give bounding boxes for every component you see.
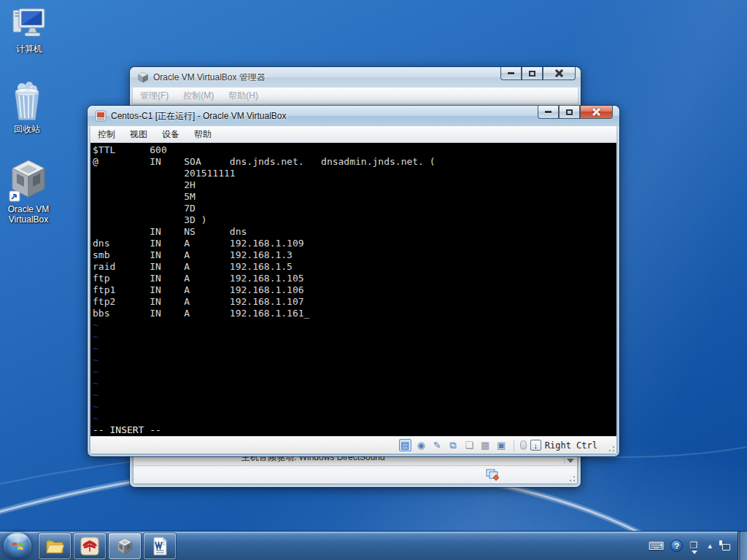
virtualbox-logo-icon	[137, 71, 149, 83]
system-tray: ⌨ ? ❐ ▴	[649, 538, 735, 554]
manager-menu-help[interactable]: 帮助(H)	[221, 88, 266, 104]
vm-menu-machine[interactable]: 控制	[90, 126, 123, 143]
close-icon	[555, 69, 563, 77]
vm-close-button[interactable]	[580, 106, 613, 119]
vm-titlebar[interactable]: Centos-C1 [正在运行] - Oracle VM VirtualBox	[88, 106, 619, 126]
desktop-icon-recycle-bin-label: 回收站	[0, 124, 58, 134]
resize-grip[interactable]	[567, 473, 576, 482]
show-desktop-button[interactable]	[738, 532, 747, 560]
manager-menu-file[interactable]: 管理(F)	[133, 88, 176, 104]
scroll-down-icon[interactable]	[567, 459, 574, 463]
close-icon	[592, 108, 600, 116]
virtualbox-icon	[8, 159, 49, 203]
taskbar-item-word[interactable]	[144, 533, 176, 559]
virtualbox-cube-icon	[115, 537, 134, 556]
language-bar-restore-icon[interactable]: ❐	[689, 538, 701, 554]
video-capture-icon[interactable]: ▦	[479, 439, 492, 451]
manager-minimize-button[interactable]	[500, 67, 522, 80]
word-document-icon	[151, 537, 169, 556]
shared-folder-icon[interactable]: ❏	[463, 439, 476, 451]
virtualization-chip-icon[interactable]: ▣	[495, 439, 508, 451]
explorer-folder-icon	[45, 538, 64, 554]
desktop-icon-computer-label: 计算机	[0, 44, 61, 54]
computer-icon	[11, 6, 47, 42]
vm-statusbar: ▤ ◉ ✎ ⧉ ❏ ▦ ▣ ↓ Right Ctrl	[90, 436, 616, 454]
manager-menubar: 管理(F) 控制(M) 帮助(H)	[133, 88, 578, 104]
statusbar-separator	[514, 440, 514, 451]
vm-maximize-button[interactable]	[559, 106, 580, 119]
mouse-integration-icon[interactable]	[520, 440, 527, 450]
start-button[interactable]	[4, 532, 31, 560]
manager-maximize-button[interactable]	[522, 67, 543, 80]
minimize-icon	[545, 111, 551, 113]
vm-os-icon	[95, 110, 107, 122]
manager-window-title: Oracle VM VirtualBox 管理器	[153, 71, 266, 84]
dns-zone-file-text: $TTL 600 @ IN SOA dns.jnds.net. dnsadmin…	[93, 144, 616, 319]
manager-statusbar	[133, 465, 577, 483]
desktop-icon-virtualbox-label: Oracle VM VirtualBox	[0, 204, 58, 225]
vm-menu-devices[interactable]: 设备	[155, 126, 187, 143]
vm-menu-help[interactable]: 帮助	[187, 126, 219, 143]
network-displays-icon[interactable]: ⧉	[447, 439, 460, 451]
audio-icon[interactable]: ✎	[431, 439, 444, 451]
manager-menu-machine[interactable]: 控制(M)	[176, 88, 221, 104]
optical-disc-icon[interactable]: ◉	[415, 439, 427, 451]
desktop: 计算机 回收站 Oracle VM VirtualBox	[0, 0, 747, 560]
desktop-icon-recycle-bin[interactable]: 回收站	[0, 80, 58, 134]
manager-titlebar[interactable]: Oracle VM VirtualBox 管理器	[130, 67, 581, 88]
caret-down-icon	[692, 551, 697, 554]
minimize-icon	[508, 72, 514, 74]
resize-grip[interactable]	[606, 443, 615, 452]
keyboard-input-icon[interactable]: ⌨	[649, 540, 665, 551]
hdd-icon[interactable]: ▤	[399, 439, 411, 451]
vm-window-title: Centos-C1 [正在运行] - Oracle VM VirtualBox	[111, 110, 287, 122]
manager-status-icon	[486, 469, 500, 481]
show-hidden-icons-button[interactable]: ▴	[708, 541, 712, 551]
windows-flag-icon	[10, 539, 25, 553]
vim-mode-status-line: -- INSERT --	[93, 424, 616, 436]
network-tray-icon[interactable]	[719, 540, 730, 552]
vm-menubar: 控制 视图 设备 帮助	[90, 126, 616, 143]
vim-empty-line-tildes: ~ ~ ~ ~ ~ ~ ~ ~ ~	[93, 319, 616, 424]
taskbar-item-red-dragonfly[interactable]	[74, 533, 106, 559]
vm-terminal-screen[interactable]: $TTL 600 @ IN SOA dns.jnds.net. dnsadmin…	[90, 143, 616, 436]
recycle-bin-icon	[9, 80, 45, 122]
taskbar-item-explorer[interactable]	[39, 533, 71, 559]
taskbar-item-virtualbox[interactable]	[109, 533, 141, 559]
maximize-icon	[529, 71, 535, 77]
manager-close-button[interactable]	[543, 67, 576, 80]
maximize-icon	[566, 109, 573, 115]
desktop-icon-computer[interactable]: 计算机	[0, 6, 61, 54]
red-dragonfly-icon	[80, 537, 99, 556]
taskbar: ⌨ ? ❐ ▴	[0, 531, 747, 560]
vm-menu-view[interactable]: 视图	[123, 126, 155, 143]
vm-window: Centos-C1 [正在运行] - Oracle VM VirtualBox …	[88, 106, 619, 456]
host-key-icon[interactable]: ↓	[530, 440, 541, 451]
vm-minimize-button[interactable]	[538, 106, 559, 119]
host-key-label: Right Ctrl	[545, 440, 597, 451]
desktop-icon-virtualbox[interactable]: Oracle VM VirtualBox	[0, 159, 60, 225]
help-icon[interactable]: ?	[670, 540, 683, 552]
